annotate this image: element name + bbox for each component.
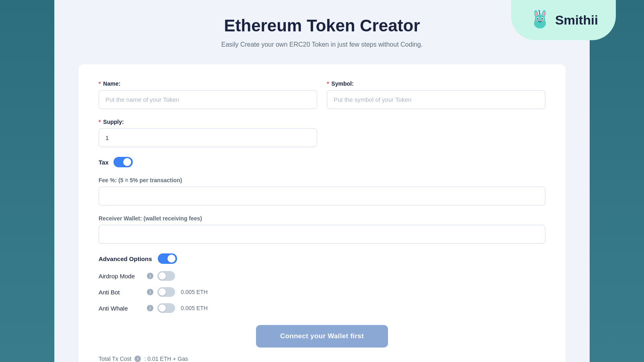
name-symbol-row: * Name: * Symbol:	[99, 80, 545, 109]
svg-point-13	[536, 19, 539, 22]
svg-point-16	[539, 10, 540, 11]
receiver-wallet-input[interactable]	[99, 225, 545, 244]
advanced-options-label: Advanced Options	[99, 255, 152, 262]
antiwhale-toggle-knob	[159, 304, 166, 312]
advanced-toggle-knob	[167, 255, 175, 263]
antibot-toggle-knob	[159, 288, 166, 296]
tax-toggle-knob	[123, 158, 131, 166]
svg-point-11	[542, 18, 543, 18]
advanced-options-toggle[interactable]	[158, 253, 177, 264]
airdrop-toggle[interactable]	[157, 271, 175, 281]
svg-point-12	[539, 20, 541, 21]
antiwhale-toggle[interactable]	[157, 303, 175, 313]
name-input[interactable]	[99, 90, 317, 109]
name-group: * Name:	[99, 80, 317, 109]
form-container: * Name: * Symbol: *	[78, 64, 566, 362]
brand-rabbit-icon	[529, 9, 551, 31]
tax-toggle[interactable]	[114, 157, 133, 167]
svg-point-10	[538, 18, 538, 18]
antibot-toggle[interactable]	[157, 287, 175, 297]
page-subtitle: Easily Create your own ERC20 Token in ju…	[78, 41, 566, 48]
antibot-label: Anti Bot	[99, 289, 143, 296]
symbol-required-star: *	[327, 80, 329, 87]
antiwhale-info-icon[interactable]: i	[147, 305, 153, 311]
antiwhale-row: Anti Whale i 0.005 ETH	[99, 303, 545, 313]
advanced-options-row: Advanced Options	[99, 253, 545, 264]
supply-required-star: *	[99, 119, 101, 125]
fee-label: Fee %: (5 = 5% per transaction)	[99, 177, 545, 183]
total-cost-info-icon[interactable]: i	[134, 356, 141, 362]
antibot-price: 0.005 ETH	[181, 289, 208, 295]
svg-point-14	[542, 19, 544, 22]
tax-toggle-row: Tax	[99, 157, 545, 167]
symbol-group: * Symbol:	[327, 80, 545, 109]
receiver-group: Receiver Wallet: (wallet receiving fees)	[99, 215, 545, 244]
symbol-label: * Symbol:	[327, 80, 545, 87]
airdrop-label: Airdrop Mode	[99, 273, 143, 280]
outer-background: Smithii Ethereum Token Creator Easily Cr…	[0, 0, 644, 362]
brand-logo: Smithii	[511, 0, 616, 40]
supply-placeholder-group	[327, 119, 545, 147]
name-label: * Name:	[99, 80, 317, 87]
total-cost-label: Total Tx Cost	[99, 356, 131, 362]
receiver-label: Receiver Wallet: (wallet receiving fees)	[99, 215, 545, 222]
svg-point-5	[535, 14, 545, 24]
antiwhale-label: Anti Whale	[99, 305, 143, 312]
connect-wallet-button[interactable]: Connect your Wallet first	[256, 325, 388, 348]
airdrop-info-icon[interactable]: i	[147, 273, 153, 279]
tax-label: Tax	[99, 159, 109, 166]
supply-group: * Supply:	[99, 119, 317, 147]
supply-input[interactable]	[99, 128, 317, 147]
airdrop-mode-row: Airdrop Mode i	[99, 271, 545, 281]
supply-label: * Supply:	[99, 119, 317, 125]
connect-btn-row: Connect your Wallet first	[99, 325, 545, 348]
page-title: Ethereum Token Creator	[78, 16, 566, 35]
fee-input[interactable]	[99, 187, 545, 206]
name-required-star: *	[99, 80, 101, 87]
antiwhale-price: 0.005 ETH	[181, 305, 208, 311]
symbol-input[interactable]	[327, 90, 545, 109]
supply-row: * Supply:	[99, 119, 545, 147]
brand-name-text: Smithii	[555, 13, 598, 28]
main-card: Smithii Ethereum Token Creator Easily Cr…	[54, 0, 590, 362]
antibot-info-icon[interactable]: i	[147, 289, 153, 295]
fee-group: Fee %: (5 = 5% per transaction)	[99, 177, 545, 206]
total-cost-row: Total Tx Cost i : 0.01 ETH + Gas	[99, 356, 545, 362]
antibot-row: Anti Bot i 0.005 ETH	[99, 287, 545, 297]
total-cost-value: : 0.01 ETH + Gas	[144, 356, 188, 362]
svg-line-15	[539, 11, 540, 14]
airdrop-toggle-knob	[159, 272, 166, 280]
